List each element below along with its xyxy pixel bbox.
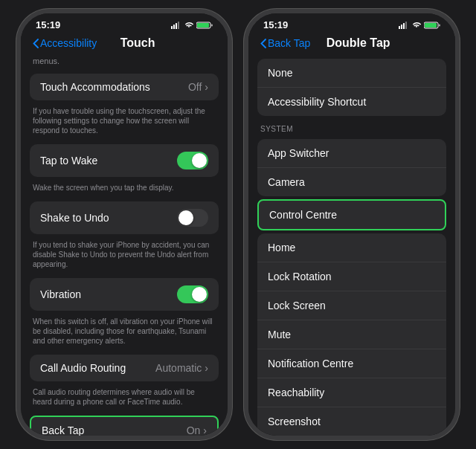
app-switcher-label: App Switcher: [268, 147, 436, 159]
svg-rect-2: [176, 23, 177, 29]
nav-bar-right: Back Tap Double Tap: [248, 33, 455, 56]
svg-rect-5: [197, 23, 209, 28]
status-icons-left: [171, 22, 213, 29]
reachability-item[interactable]: Reachability: [257, 378, 446, 407]
battery-icon: [196, 22, 213, 29]
touch-accommodations-value: Off: [188, 81, 202, 93]
signal-icon: [171, 22, 181, 29]
svg-rect-6: [211, 24, 213, 26]
notification-centre-item[interactable]: Notification Centre: [257, 349, 446, 378]
tap-wake-toggle[interactable]: [177, 152, 208, 169]
call-audio-chevron: ›: [205, 362, 208, 374]
tap-wake-group: Tap to Wake: [30, 144, 219, 177]
page-title-right: Double Tap: [273, 36, 443, 50]
none-label: None: [268, 67, 436, 79]
wifi-icon: [184, 22, 193, 29]
top-text-left: menus.: [21, 56, 228, 69]
control-centre-item[interactable]: Control Centre: [259, 201, 445, 229]
notification-centre-label: Notification Centre: [268, 358, 436, 369]
camera-label: Camera: [268, 176, 436, 188]
vibration-item[interactable]: Vibration: [30, 278, 219, 311]
vibration-toggle[interactable]: [177, 285, 208, 303]
touch-accommodations-chevron: ›: [205, 81, 208, 93]
tap-wake-label: Tap to Wake: [40, 155, 177, 167]
scroll-content-left: menus. Touch Accommodations Off › If you…: [21, 56, 228, 436]
vibration-desc: When this switch is off, all vibration o…: [21, 315, 228, 350]
right-phone: 15:19: [244, 9, 460, 440]
page-title-left: Touch: [60, 36, 216, 50]
touch-accommodations-desc: If you have trouble using the touchscree…: [21, 105, 228, 140]
shake-undo-group: Shake to Undo: [30, 201, 219, 234]
back-tap-item[interactable]: Back Tap On ›: [31, 417, 217, 436]
status-bar-right: 15:19: [248, 13, 455, 33]
time-right: 15:19: [263, 19, 288, 30]
call-audio-desc: Call audio routing determines where audi…: [21, 386, 228, 411]
svg-rect-10: [405, 22, 407, 29]
svg-rect-1: [173, 25, 175, 29]
back-tap-value: On: [187, 424, 201, 436]
system-items-top-group: App Switcher Camera: [257, 139, 446, 196]
screenshot-label: Screenshot: [268, 416, 436, 427]
home-item[interactable]: Home: [257, 233, 446, 262]
camera-item[interactable]: Camera: [257, 168, 446, 196]
signal-icon-right: [399, 22, 409, 29]
scroll-content-right: None Accessibility Shortcut SYSTEM App S…: [248, 56, 455, 436]
system-items-bottom-group: Home Lock Rotation Lock Screen Mute Noti…: [257, 233, 446, 436]
shake-undo-item[interactable]: Shake to Undo: [30, 201, 219, 234]
lock-rotation-item[interactable]: Lock Rotation: [257, 262, 446, 291]
svg-rect-12: [425, 23, 437, 28]
left-phone: 15:19: [16, 9, 232, 440]
touch-accommodations-label: Touch Accommodations: [40, 81, 188, 93]
control-centre-label: Control Centre: [269, 209, 434, 221]
vibration-label: Vibration: [40, 288, 177, 300]
wifi-icon-right: [412, 22, 421, 29]
reachability-label: Reachability: [268, 387, 436, 398]
call-audio-label: Call Audio Routing: [40, 362, 155, 374]
control-centre-highlighted[interactable]: Control Centre: [257, 199, 446, 230]
mute-item[interactable]: Mute: [257, 320, 446, 349]
nav-bar-left: Accessibility Touch: [21, 33, 228, 56]
accessibility-shortcut-item[interactable]: Accessibility Shortcut: [257, 88, 446, 116]
shake-undo-label: Shake to Undo: [40, 212, 177, 224]
chevron-left-icon-right: [260, 39, 266, 48]
touch-accommodations-item[interactable]: Touch Accommodations Off ›: [30, 74, 219, 100]
back-tap-label: Back Tap: [42, 424, 187, 436]
top-options-group: None Accessibility Shortcut: [257, 59, 446, 116]
time-left: 15:19: [36, 19, 60, 30]
svg-rect-9: [403, 23, 405, 29]
mute-label: Mute: [268, 329, 436, 340]
screenshot-item[interactable]: Screenshot: [257, 407, 446, 436]
svg-rect-8: [401, 25, 402, 29]
shake-undo-toggle[interactable]: [177, 209, 208, 227]
vibration-group: Vibration: [30, 278, 219, 311]
chevron-left-icon: [33, 39, 39, 48]
home-label: Home: [268, 242, 436, 253]
system-section-header: SYSTEM: [248, 119, 455, 136]
tap-wake-item[interactable]: Tap to Wake: [30, 144, 219, 177]
status-icons-right: [399, 22, 440, 29]
call-audio-group: Call Audio Routing Automatic ›: [30, 355, 219, 381]
accessibility-shortcut-label: Accessibility Shortcut: [268, 96, 436, 108]
lock-screen-item[interactable]: Lock Screen: [257, 291, 446, 320]
battery-icon-right: [424, 22, 440, 29]
call-audio-item[interactable]: Call Audio Routing Automatic ›: [30, 355, 219, 381]
tap-wake-desc: Wake the screen when you tap the display…: [21, 181, 228, 197]
svg-rect-13: [439, 24, 440, 26]
none-item[interactable]: None: [257, 59, 446, 88]
touch-accommodations-group: Touch Accommodations Off ›: [30, 74, 219, 100]
lock-rotation-label: Lock Rotation: [268, 271, 436, 282]
svg-rect-7: [399, 26, 400, 29]
status-bar-left: 15:19: [21, 13, 228, 33]
lock-screen-label: Lock Screen: [268, 300, 436, 311]
app-switcher-item[interactable]: App Switcher: [257, 139, 446, 168]
call-audio-value: Automatic: [155, 362, 202, 374]
shake-undo-desc: If you tend to shake your iPhone by acci…: [21, 239, 228, 274]
svg-rect-3: [178, 22, 179, 29]
svg-rect-0: [171, 26, 173, 29]
back-tap-chevron: ›: [203, 424, 207, 436]
back-tap-group[interactable]: Back Tap On ›: [30, 416, 219, 436]
